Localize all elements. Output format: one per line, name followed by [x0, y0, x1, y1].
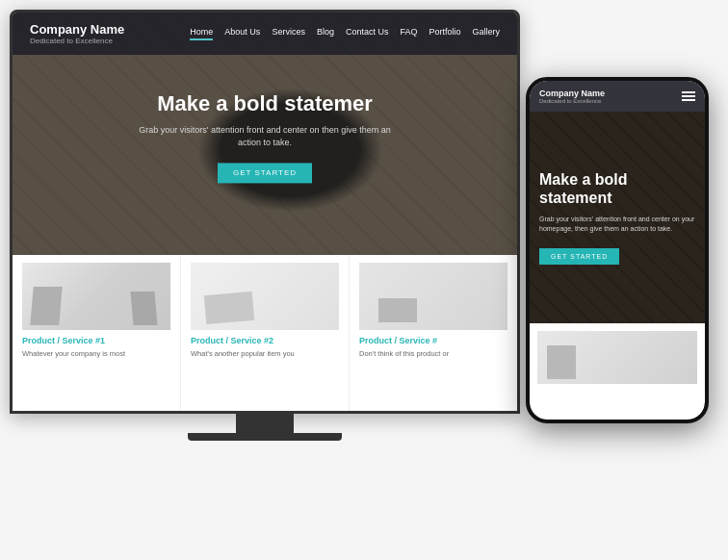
- hero-title: Make a bold statemer: [139, 91, 391, 116]
- desktop-mockup: Company Name Dedicated to Excellence Hom…: [10, 10, 520, 414]
- nav-link-portfolio[interactable]: Portfolio: [429, 27, 460, 40]
- nav-link-home[interactable]: Home: [190, 27, 213, 40]
- hero-subtitle: Grab your visitors' attention front and …: [139, 124, 391, 148]
- brand-name: Company Name: [30, 22, 124, 37]
- nav-brand: Company Name Dedicated to Excellence: [30, 22, 124, 45]
- nav-link-about[interactable]: About Us: [224, 27, 260, 40]
- hamburger-line-3: [682, 99, 695, 101]
- product-card-3: Product / Service # Don't think of this …: [350, 255, 517, 411]
- mobile-product-section: [530, 323, 705, 392]
- hero-cta-button[interactable]: GET STARTED: [218, 164, 312, 184]
- product-card-1: Product / Service #1 Whatever your compa…: [13, 255, 181, 411]
- product-image-3: [359, 263, 507, 330]
- nav-link-faq[interactable]: FAQ: [400, 27, 417, 40]
- mobile-brand-name: Company Name: [539, 89, 605, 98]
- desktop-nav: Company Name Dedicated to Excellence Hom…: [13, 13, 517, 55]
- hamburger-menu[interactable]: [682, 91, 695, 101]
- nav-link-gallery[interactable]: Gallery: [472, 27, 500, 40]
- desktop-screen: Company Name Dedicated to Excellence Hom…: [13, 13, 517, 411]
- hero-content: Make a bold statemer Grab your visitors'…: [139, 91, 391, 183]
- mobile-brand: Company Name Dedicated to Excellence: [539, 89, 605, 104]
- product-name-3: Product / Service #: [359, 336, 507, 345]
- products-section: Product / Service #1 Whatever your compa…: [13, 255, 517, 411]
- nav-link-contact[interactable]: Contact Us: [346, 27, 389, 40]
- mobile-screen: Company Name Dedicated to Excellence Mak…: [530, 81, 705, 420]
- product-desc-3: Don't think of this product or: [359, 349, 507, 359]
- mobile-hero-subtitle: Grab your visitors' attention front and …: [539, 215, 695, 234]
- mobile-hero-cta-button[interactable]: GET STARTED: [539, 248, 619, 265]
- nav-link-services[interactable]: Services: [272, 27, 305, 40]
- product-card-2: Product / Service #2 What's another popu…: [181, 255, 350, 411]
- stand-base: [188, 433, 342, 441]
- mobile-hero-title: Make a boldstatement: [539, 170, 695, 207]
- product-name-2: Product / Service #2: [191, 336, 339, 345]
- mobile-product-image: [537, 331, 697, 384]
- stand-neck: [236, 414, 294, 433]
- product-image-1: [22, 263, 170, 330]
- mobile-brand-tagline: Dedicated to Excellence: [539, 98, 605, 104]
- nav-link-blog[interactable]: Blog: [317, 27, 334, 40]
- product-desc-1: Whatever your company is most: [22, 349, 170, 359]
- hamburger-line-2: [682, 95, 695, 97]
- nav-links: Home About Us Services Blog Contact Us F…: [190, 27, 500, 40]
- brand-tagline: Dedicated to Excellence: [30, 37, 124, 45]
- mobile-hero-content: Make a boldstatement Grab your visitors'…: [539, 170, 695, 265]
- product-name-1: Product / Service #1: [22, 336, 170, 345]
- product-desc-2: What's another popular item you: [191, 349, 339, 359]
- mobile-nav: Company Name Dedicated to Excellence: [530, 81, 705, 112]
- mobile-mockup: Company Name Dedicated to Excellence Mak…: [526, 77, 709, 423]
- hamburger-line-1: [682, 91, 695, 93]
- desktop-stand: [10, 414, 520, 441]
- mobile-hero: Make a boldstatement Grab your visitors'…: [530, 112, 705, 323]
- product-image-2: [191, 263, 339, 330]
